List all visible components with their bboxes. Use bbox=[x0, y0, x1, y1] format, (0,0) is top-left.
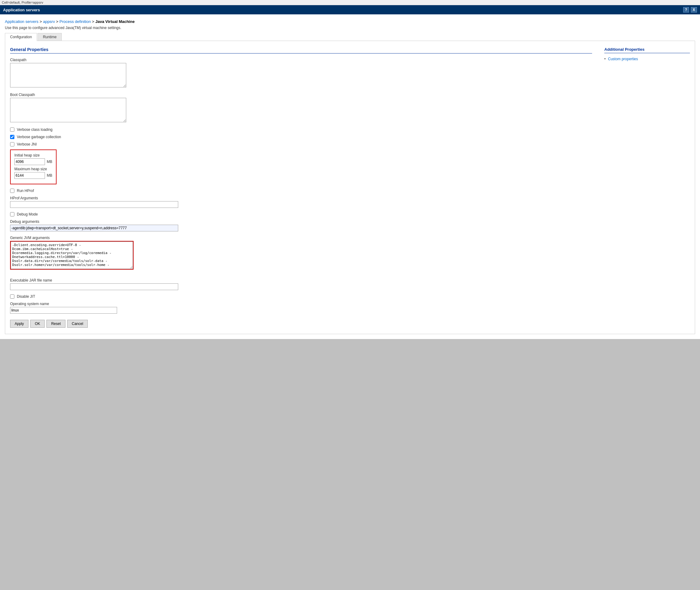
additional-properties-title: Additional Properties bbox=[604, 47, 690, 53]
help-icon[interactable]: ? bbox=[683, 7, 689, 12]
breadcrumb-sep3: > bbox=[92, 19, 95, 24]
exe-jar-input[interactable] bbox=[10, 283, 178, 290]
max-heap-input[interactable] bbox=[14, 172, 45, 179]
verbose-jni-label: Verbose JNI bbox=[17, 142, 37, 146]
verbose-gc-row: Verbose garbage collection bbox=[10, 135, 592, 139]
generic-jvm-args-label: Generic JVM arguments bbox=[10, 236, 592, 240]
run-hprof-label: Run HProf bbox=[17, 189, 34, 193]
disable-jit-label: Disable JIT bbox=[17, 294, 35, 299]
additional-list-item: Custom properties bbox=[604, 56, 690, 62]
breadcrumb-link-appsrv[interactable]: appsrv bbox=[43, 19, 55, 24]
additional-properties-list: Custom properties bbox=[604, 56, 690, 62]
apply-button[interactable]: Apply bbox=[10, 320, 28, 328]
boot-classpath-label: Boot Classpath bbox=[10, 93, 592, 97]
debug-mode-row: Debug Mode bbox=[10, 212, 592, 216]
custom-properties-link[interactable]: Custom properties bbox=[608, 57, 638, 61]
breadcrumb: Application servers > appsrv > Process d… bbox=[5, 17, 695, 24]
verbose-class-loading-label: Verbose class loading bbox=[17, 127, 53, 132]
debug-mode-label: Debug Mode bbox=[17, 212, 38, 216]
cell-bar-text: Cell=default, Profile=appsrv bbox=[2, 1, 43, 4]
debug-args-group: Debug arguments bbox=[10, 219, 592, 231]
boot-classpath-textarea[interactable] bbox=[10, 98, 126, 122]
generic-jvm-section: -Dclient.encoding.override=UTF-8 -Dcom.i… bbox=[10, 241, 133, 270]
verbose-gc-label: Verbose garbage collection bbox=[17, 135, 61, 139]
classpath-label: Classpath bbox=[10, 58, 592, 62]
content-area: General Properties Classpath Boot Classp… bbox=[5, 41, 695, 334]
main-column: General Properties Classpath Boot Classp… bbox=[10, 47, 604, 328]
verbose-gc-checkbox[interactable] bbox=[10, 135, 14, 139]
heap-section: Initial heap size MB Maximum heap size M… bbox=[10, 150, 57, 184]
tabs: Configuration Runtime bbox=[5, 33, 695, 41]
initial-heap-input[interactable] bbox=[14, 158, 45, 165]
debug-args-input[interactable] bbox=[10, 225, 178, 231]
generic-jvm-args-textarea[interactable]: -Dclient.encoding.override=UTF-8 -Dcom.i… bbox=[11, 241, 133, 269]
run-hprof-checkbox[interactable] bbox=[10, 189, 14, 193]
buttons-row: Apply OK Reset Cancel bbox=[10, 320, 592, 328]
breadcrumb-sep2: > bbox=[56, 19, 59, 24]
run-hprof-row: Run HProf bbox=[10, 189, 592, 193]
exe-jar-group: Executable JAR file name bbox=[10, 278, 592, 290]
tab-configuration[interactable]: Configuration bbox=[5, 33, 37, 41]
initial-heap-field: Initial heap size MB bbox=[14, 153, 52, 165]
breadcrumb-link-appservers[interactable]: Application servers bbox=[5, 19, 38, 24]
debug-mode-checkbox[interactable] bbox=[10, 212, 14, 216]
hprof-args-group: HProf Arguments bbox=[10, 196, 592, 208]
classpath-textarea[interactable] bbox=[10, 63, 126, 87]
os-name-input[interactable] bbox=[10, 307, 117, 314]
max-heap-field: Maximum heap size MB bbox=[14, 167, 52, 179]
os-name-group: Operating system name bbox=[10, 302, 592, 314]
page-description: Use this page to configure advanced Java… bbox=[5, 26, 695, 30]
reset-button[interactable]: Reset bbox=[46, 320, 65, 328]
breadcrumb-current: Java Virtual Machine bbox=[95, 19, 134, 24]
breadcrumb-link-processdef[interactable]: Process definition bbox=[60, 19, 91, 24]
initial-heap-row: MB bbox=[14, 158, 52, 165]
exe-jar-label: Executable JAR file name bbox=[10, 278, 592, 283]
disable-jit-checkbox[interactable] bbox=[10, 294, 14, 299]
cancel-button[interactable]: Cancel bbox=[67, 320, 88, 328]
main-container: Application servers > appsrv > Process d… bbox=[0, 14, 700, 339]
verbose-jni-row: Verbose JNI bbox=[10, 142, 592, 146]
title-bar: Application servers ? X bbox=[0, 5, 700, 14]
classpath-group: Classpath bbox=[10, 58, 592, 88]
close-icon[interactable]: X bbox=[691, 7, 697, 12]
max-heap-label: Maximum heap size bbox=[14, 167, 52, 171]
cell-bar: Cell=default, Profile=appsrv bbox=[0, 0, 700, 5]
verbose-jni-checkbox[interactable] bbox=[10, 142, 14, 146]
initial-heap-label: Initial heap size bbox=[14, 153, 52, 158]
app-title: Application servers bbox=[3, 8, 40, 12]
generic-jvm-args-group: Generic JVM arguments -Dclient.encoding.… bbox=[10, 236, 592, 274]
title-bar-icons: ? X bbox=[683, 7, 697, 12]
max-heap-unit: MB bbox=[47, 173, 52, 178]
verbose-class-loading-row: Verbose class loading bbox=[10, 127, 592, 132]
hprof-args-input[interactable] bbox=[10, 201, 178, 208]
side-column: Additional Properties Custom properties bbox=[604, 47, 690, 328]
two-column-layout: General Properties Classpath Boot Classp… bbox=[10, 47, 690, 328]
hprof-args-label: HProf Arguments bbox=[10, 196, 592, 200]
boot-classpath-group: Boot Classpath bbox=[10, 93, 592, 123]
max-heap-row: MB bbox=[14, 172, 52, 179]
verbose-class-loading-checkbox[interactable] bbox=[10, 127, 14, 132]
os-name-label: Operating system name bbox=[10, 302, 592, 306]
general-properties-title: General Properties bbox=[10, 47, 592, 54]
debug-args-label: Debug arguments bbox=[10, 219, 592, 224]
breadcrumb-sep1: > bbox=[39, 19, 43, 24]
initial-heap-unit: MB bbox=[47, 160, 52, 164]
tab-runtime[interactable]: Runtime bbox=[37, 33, 62, 41]
disable-jit-row: Disable JIT bbox=[10, 294, 592, 299]
ok-button[interactable]: OK bbox=[30, 320, 44, 328]
